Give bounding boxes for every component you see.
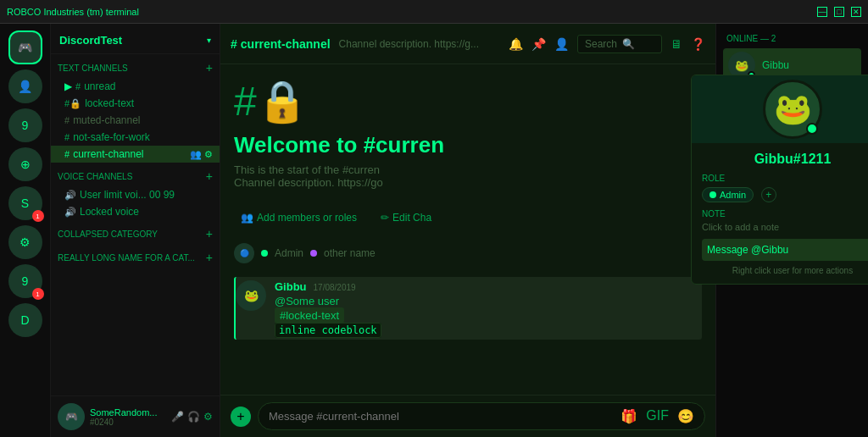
- app-body: 🎮 👤 9 ⊕ S 1 ⚙ 9 1 D DiscordTest ▾ TEXT C…: [0, 24, 868, 437]
- gif-icon[interactable]: GIF: [646, 408, 669, 424]
- monitor-icon[interactable]: 🖥: [670, 37, 682, 51]
- channel-name-nsfw: not-safe-for-work: [73, 131, 150, 143]
- profile-username: Gibbu#1211: [702, 152, 868, 167]
- add-collapsed-icon[interactable]: +: [206, 227, 213, 241]
- title-bar-title: ROBCO Industries (tm) terminal: [7, 7, 139, 17]
- main-content: # current-channel Channel description. h…: [220, 24, 715, 437]
- channel-name-current: current-channel: [73, 148, 143, 160]
- channel-name-voice-limit: User limit voi... 00 99: [80, 189, 175, 201]
- gift-icon[interactable]: 🎁: [620, 408, 637, 424]
- add-really-long-icon[interactable]: +: [206, 251, 213, 264]
- online-section-title: ONLINE — 2: [723, 34, 861, 43]
- message-text-gibbu: @Some user: [275, 295, 702, 307]
- edit-channel-label: Edit Cha: [392, 212, 431, 224]
- profile-avatar-large[interactable]: 🐸: [763, 80, 822, 139]
- channel-sidebar: DiscordTest ▾ TEXT CHANNELS + ▶ # unread…: [51, 24, 220, 437]
- search-icon: 🔍: [622, 38, 635, 50]
- note-click-area[interactable]: Click to add a note: [702, 222, 868, 232]
- welcome-desc-line2: Channel description. https://go: [234, 176, 702, 189]
- members-list-icon[interactable]: 👤: [554, 37, 569, 51]
- text-channels-header[interactable]: TEXT CHANNELS +: [51, 58, 220, 78]
- message-mention: @Some user: [275, 295, 339, 307]
- members-icon[interactable]: 👥: [190, 149, 202, 160]
- message-input-area: + 🎁 GIF 😊: [220, 395, 715, 437]
- channel-item-current[interactable]: # current-channel 👥 ⚙: [51, 146, 220, 163]
- channel-item-unread[interactable]: ▶ # unread: [51, 78, 220, 95]
- maximize-button[interactable]: □: [834, 7, 844, 17]
- server-icon-d[interactable]: D: [8, 303, 42, 337]
- channel-item-voice-limit[interactable]: 🔊 User limit voi... 00 99: [51, 186, 220, 203]
- code-inline-text: inline codeblock: [275, 323, 381, 338]
- emoji-icon[interactable]: 😊: [677, 408, 694, 424]
- message-user-button[interactable]: Message @Gibbu: [702, 239, 868, 261]
- online-dot-purple: [310, 250, 317, 257]
- close-button[interactable]: ✕: [851, 7, 861, 17]
- sidebar-header[interactable]: DiscordTest ▾: [51, 24, 220, 54]
- voice-locked-icon: 🔊: [64, 207, 76, 218]
- message-input-wrapper: 🎁 GIF 😊: [258, 402, 705, 430]
- member-name-gibbu: Gibbu: [762, 59, 789, 71]
- members-bar: 🔵 Admin other name: [234, 240, 702, 267]
- message-input[interactable]: [269, 410, 614, 423]
- collapsed-category-header[interactable]: COLLAPSED CATEGORY +: [51, 224, 220, 244]
- channel-header: # current-channel Channel description. h…: [220, 24, 715, 64]
- help-icon[interactable]: ❓: [691, 37, 705, 51]
- server-icon-gear[interactable]: ⚙: [8, 225, 42, 259]
- minimize-button[interactable]: —: [817, 7, 827, 17]
- welcome-hash-icon: #🔒: [234, 78, 702, 125]
- text-channels-section: TEXT CHANNELS + ▶ # unread #🔒 locked-tex…: [51, 58, 220, 163]
- channel-item-voice-locked[interactable]: 🔊 Locked voice: [51, 203, 220, 220]
- user-avatar: 🎮: [58, 403, 85, 430]
- channel-item-muted[interactable]: # muted-channel: [51, 112, 220, 129]
- unread-indicator-icon: ▶: [64, 80, 72, 92]
- bell-icon[interactable]: 🔔: [509, 37, 523, 51]
- right-click-hint: Right click user for more actions: [702, 266, 868, 275]
- channel-item-nsfw[interactable]: # not-safe-for-work: [51, 129, 220, 146]
- collapsed-category-label: COLLAPSED CATEGORY: [58, 230, 158, 239]
- edit-channel-button[interactable]: ✏ Edit Cha: [374, 209, 438, 226]
- hash-current-icon: #: [64, 149, 70, 159]
- welcome-desc-line1: This is the start of the #curren: [234, 163, 702, 176]
- header-icons: 🔔 📌 👤 Search 🔍 🖥 ❓: [509, 35, 705, 53]
- member-bar-admin: Admin: [275, 247, 303, 259]
- server-icon-s[interactable]: S 1: [8, 186, 42, 220]
- channel-actions: 👥 ⚙: [190, 149, 213, 160]
- chevron-down-icon: ▾: [207, 36, 211, 45]
- roles-row: Admin +: [702, 186, 868, 202]
- channel-header-name: # current-channel: [231, 37, 331, 51]
- really-long-header[interactable]: REALLY LONG NAME FOR A CAT... +: [51, 247, 220, 268]
- role-badge-admin[interactable]: Admin: [702, 187, 754, 202]
- really-long-label: REALLY LONG NAME FOR A CAT...: [58, 253, 195, 263]
- search-box[interactable]: Search 🔍: [577, 35, 662, 53]
- user-name: SomeRandom...: [90, 407, 166, 418]
- add-channel-icon[interactable]: +: [206, 61, 213, 75]
- pin-icon[interactable]: 📌: [531, 37, 546, 51]
- channel-item-locked-text[interactable]: #🔒 locked-text: [51, 95, 220, 112]
- channel-name-voice-locked: Locked voice: [80, 206, 139, 218]
- title-bar-buttons: — □ ✕: [817, 7, 861, 17]
- add-role-button[interactable]: +: [761, 187, 776, 202]
- channel-header-description: Channel description. https://g...: [339, 38, 500, 50]
- add-members-button[interactable]: 👥 Add members or roles: [234, 209, 364, 226]
- server-icon-user1[interactable]: 👤: [8, 69, 42, 103]
- voice-channels-header[interactable]: VOICE CHANNELS +: [51, 166, 220, 186]
- add-members-icon: 👥: [241, 212, 253, 224]
- member-bar-other: other name: [324, 247, 376, 259]
- add-attachment-button[interactable]: +: [231, 407, 251, 427]
- server-icon-9[interactable]: 9: [8, 108, 42, 142]
- channel-title: current-channel: [241, 37, 331, 51]
- server-icon-overwatch[interactable]: ⊕: [8, 147, 42, 181]
- microphone-icon[interactable]: 🎤: [171, 411, 184, 423]
- collapsed-category-section: COLLAPSED CATEGORY +: [51, 224, 220, 244]
- user-tag: #0240: [90, 418, 166, 427]
- settings-gear-icon[interactable]: ⚙: [203, 411, 213, 423]
- message-avatar-gibbu[interactable]: 🐸: [236, 280, 266, 311]
- headset-icon[interactable]: 🎧: [187, 411, 200, 423]
- server-icon-9b[interactable]: 9 1: [8, 264, 42, 298]
- settings-icon[interactable]: ⚙: [204, 149, 213, 160]
- hash-header-icon: #: [231, 37, 237, 51]
- add-voice-channel-icon[interactable]: +: [206, 169, 213, 183]
- user-area: 🎮 SomeRandom... #0240 🎤 🎧 ⚙: [51, 396, 220, 437]
- server-icon-discordtest[interactable]: 🎮: [8, 30, 42, 64]
- online-dot-green: [261, 250, 268, 257]
